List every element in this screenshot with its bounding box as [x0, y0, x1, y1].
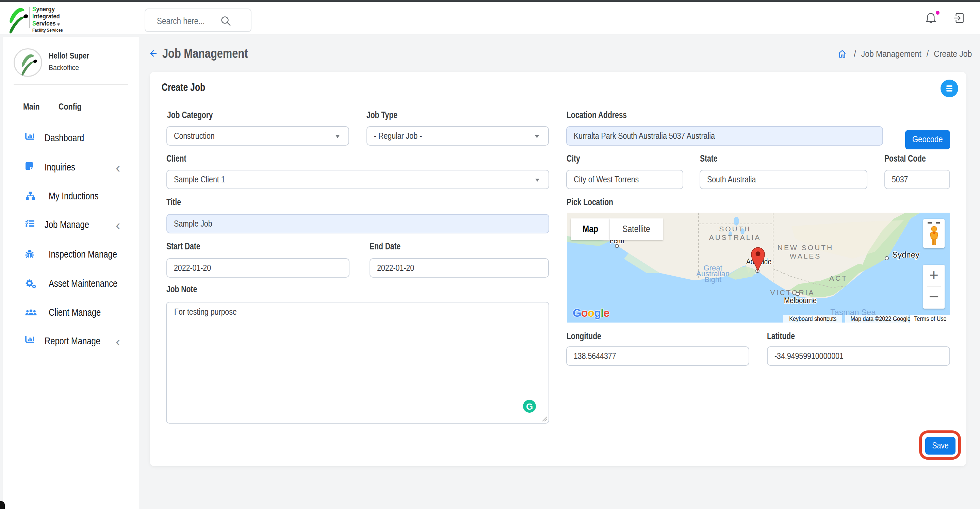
svg-text:NEW SOUTH: NEW SOUTH [778, 243, 833, 251]
svg-text:AUSTRALIA: AUSTRALIA [709, 234, 761, 241]
svg-text:SOUTH: SOUTH [719, 225, 751, 233]
svg-text:WALES: WALES [790, 252, 821, 260]
svg-text:ACT: ACT [829, 274, 848, 282]
svg-text:Sydney: Sydney [892, 250, 920, 259]
svg-text:Melbourne: Melbourne [784, 296, 817, 305]
svg-text:Bight: Bight [705, 275, 721, 284]
svg-text:VICTORIA: VICTORIA [770, 288, 815, 296]
